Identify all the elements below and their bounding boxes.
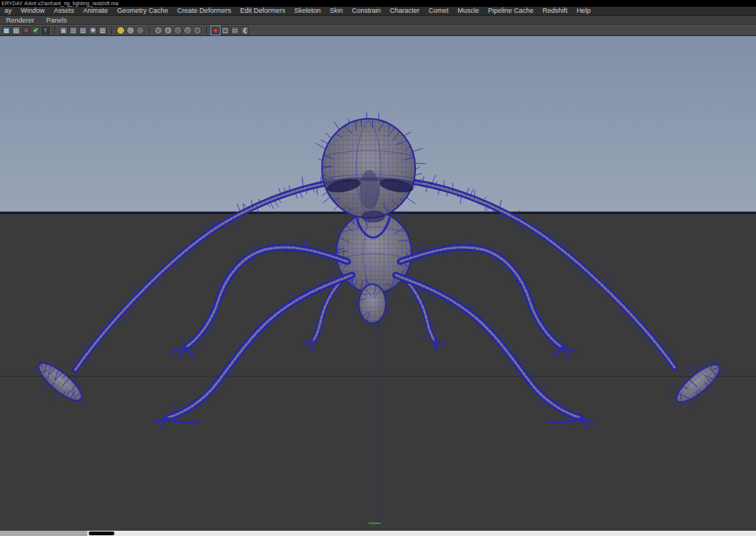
menu-redshift[interactable]: Redshift: [538, 7, 572, 15]
ant-right-hind-foot: [435, 341, 444, 350]
menu-skeleton[interactable]: Skeleton: [290, 7, 325, 15]
film-gate-icon[interactable]: ▭: [231, 26, 239, 35]
textured-display-icon[interactable]: ◍: [184, 26, 192, 35]
hair-stroke: [351, 310, 360, 313]
hair-stroke: [315, 143, 326, 149]
hair-stroke: [323, 192, 327, 196]
resolution-gate-icon[interactable]: ▢: [221, 26, 229, 35]
hair-stroke: [666, 393, 676, 403]
time-slider-handle[interactable]: [89, 531, 114, 535]
hair-stroke: [326, 277, 327, 285]
hair-stroke: [700, 365, 703, 368]
hair-stroke: [323, 197, 330, 204]
grease-pencil-icon[interactable]: ●: [211, 26, 220, 35]
toolbar-separator: [206, 26, 207, 35]
hair-stroke: [664, 347, 674, 354]
isolate-select-icon[interactable]: ◖: [154, 26, 162, 35]
toolbar-separator: [54, 26, 55, 35]
hair-stroke: [268, 239, 269, 249]
type-tool-icon[interactable]: T: [41, 26, 50, 35]
hair-stroke: [386, 301, 397, 302]
hair-stroke: [120, 314, 127, 324]
menu-character[interactable]: Character: [385, 7, 424, 15]
menu-geometry-cache[interactable]: Geometry Cache: [113, 7, 173, 15]
hair-stroke: [399, 220, 402, 223]
hair-stroke: [478, 201, 479, 204]
ant-model[interactable]: [23, 112, 734, 427]
menu-help[interactable]: Help: [572, 7, 595, 15]
lock-camera-icon[interactable]: ▥: [69, 26, 77, 35]
hair-stroke: [96, 342, 105, 348]
hair-stroke: [334, 121, 339, 129]
shading-group: ◖◗◎◍●: [154, 26, 202, 35]
hair-stroke: [329, 244, 337, 244]
default-lighting-icon[interactable]: [117, 26, 125, 35]
menu-edit-deformers[interactable]: Edit Deformers: [235, 7, 290, 15]
hair-stroke: [314, 324, 320, 325]
menu-assets[interactable]: Assets: [50, 7, 79, 15]
camera-attributes-icon[interactable]: ▨: [79, 26, 87, 35]
menu-create-deformers[interactable]: Create Deformers: [173, 7, 236, 15]
hair-stroke: [604, 277, 610, 287]
hair-stroke: [568, 262, 577, 270]
hair-stroke: [475, 190, 475, 199]
close-panel-icon[interactable]: ✕: [22, 26, 30, 35]
ant-left-hind-foot: [304, 341, 313, 350]
hair-stroke: [680, 377, 686, 383]
menu-comet[interactable]: Comet: [424, 7, 454, 15]
hair-stroke: [373, 323, 375, 332]
viewport-toolbar: ▦▤✕✔T▣▥▨❖▧◖◗◎◍●●▢▭❮: [0, 25, 756, 36]
hair-stroke: [379, 320, 387, 329]
hair-stroke: [354, 302, 359, 304]
hair-stroke: [518, 284, 524, 285]
panel-layout-icon[interactable]: ▤: [12, 26, 20, 35]
time-slider-bar: [0, 531, 756, 536]
hair-stroke: [192, 343, 201, 350]
bookmark-icon[interactable]: ❖: [89, 26, 97, 35]
hair-stroke: [302, 297, 303, 302]
panel-menu-panels[interactable]: Panels: [41, 17, 74, 24]
ant-right-front-foot: [554, 347, 576, 358]
menu-ay[interactable]: ay: [0, 7, 17, 15]
hair-stroke: [123, 311, 131, 319]
hair-stroke: [614, 289, 621, 297]
panel-menu-bar: RendererPanels: [0, 16, 756, 25]
hair-stroke: [591, 265, 597, 274]
hair-stroke: [711, 353, 722, 365]
enable-check-icon[interactable]: ✔: [32, 26, 40, 35]
viewport-3d[interactable]: [0, 36, 756, 531]
select-camera-icon[interactable]: ▣: [59, 26, 68, 35]
grid-display-icon[interactable]: ▦: [2, 26, 11, 35]
lighting-group: [117, 26, 144, 35]
hair-stroke: [415, 163, 426, 164]
menu-animate[interactable]: Animate: [79, 7, 113, 15]
image-plane-icon[interactable]: ▧: [99, 26, 107, 35]
xray-icon[interactable]: ◗: [164, 26, 172, 35]
menu-constrain[interactable]: Constrain: [348, 7, 386, 15]
hair-stroke: [78, 382, 84, 389]
menu-window[interactable]: Window: [17, 7, 50, 15]
use-default-material-icon[interactable]: ●: [193, 26, 202, 35]
hair-stroke: [404, 132, 411, 136]
time-slider-left-block: [0, 531, 87, 536]
hair-stroke: [320, 140, 328, 144]
all-lights-icon[interactable]: [126, 26, 135, 35]
wireframe-on-shaded-icon[interactable]: ◎: [174, 26, 182, 35]
hair-stroke: [372, 119, 373, 127]
hair-stroke: [73, 374, 81, 383]
menu-skin[interactable]: Skin: [325, 7, 348, 15]
hair-stroke: [414, 174, 422, 176]
hair-stroke: [684, 401, 691, 410]
menu-muscle[interactable]: Muscle: [453, 7, 484, 15]
shadows-icon[interactable]: [136, 26, 144, 35]
hair-stroke: [173, 248, 181, 255]
share-view-icon[interactable]: ❮: [241, 26, 249, 35]
hair-stroke: [384, 315, 388, 317]
toolbar-separator: [149, 26, 150, 35]
toolbar-separator: [111, 26, 112, 35]
menu-pipeline-cache[interactable]: Pipeline Cache: [484, 7, 539, 15]
ant-head: [315, 112, 426, 238]
panel-menu-renderer[interactable]: Renderer: [0, 17, 41, 24]
hair-stroke: [192, 246, 199, 252]
hair-stroke: [42, 383, 49, 392]
